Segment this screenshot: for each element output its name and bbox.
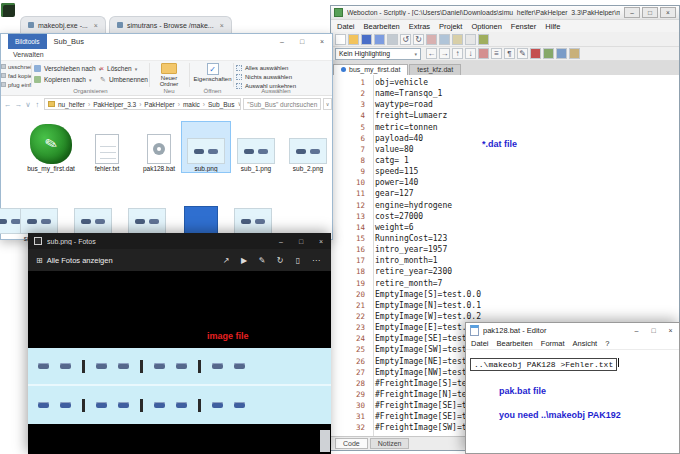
settings-icon[interactable] — [478, 34, 489, 45]
forward-icon[interactable]: → — [439, 48, 450, 59]
scriptly-close-button[interactable]: × — [660, 7, 676, 18]
select-all-button[interactable]: Alles auswählen — [236, 63, 296, 72]
tab-close-icon[interactable]: × — [220, 22, 224, 29]
image-icon[interactable] — [569, 48, 580, 59]
menu-item-format[interactable]: Format — [541, 339, 565, 348]
all-photos-button[interactable]: ⊞ Alle Fotos anzeigen — [28, 256, 121, 265]
share-icon[interactable]: ↗ — [217, 256, 235, 265]
link-icon[interactable] — [556, 48, 567, 59]
paragraph-icon[interactable]: ¶ — [504, 48, 515, 59]
rename-button[interactable]: ✎ Umbenennen — [100, 74, 148, 85]
menu-item-datei[interactable]: Datei — [337, 22, 355, 31]
browser-tab[interactable]: makeobj.exe -...× — [20, 16, 106, 33]
file-tile[interactable]: ✎bus_my_first.dat — [27, 122, 75, 172]
back-icon[interactable]: ← — [3, 100, 12, 109]
address-dropdown-icon[interactable]: ∨ — [237, 100, 241, 108]
explorer-minimize-button[interactable]: – — [272, 34, 292, 48]
delete-button[interactable]: × Löschen ▾ — [100, 63, 148, 74]
tab-close-icon[interactable]: × — [94, 22, 98, 29]
copy-to-button[interactable]: Kopieren nach ▾ — [34, 74, 101, 85]
edit-icon[interactable]: ✎ — [517, 48, 528, 59]
photo-viewer[interactable] — [28, 271, 331, 454]
highlighting-dropdown[interactable]: Kein Highlighting ▾ — [335, 48, 421, 60]
photos-maximize-button[interactable]: □ — [291, 233, 311, 249]
menu-item-extras[interactable]: Extras — [409, 22, 430, 31]
breadcrumb-segment[interactable]: Sub_Bus — [208, 101, 234, 108]
breadcrumb-segment[interactable]: makic — [183, 101, 200, 108]
copy-icon[interactable] — [439, 34, 450, 45]
scriptly-maximize-button[interactable]: □ — [642, 7, 658, 18]
menu-item-bearbeiten[interactable]: Bearbeiten — [364, 22, 400, 31]
print-icon[interactable] — [387, 34, 398, 45]
color-icon[interactable] — [530, 48, 541, 59]
menu-item-datei[interactable]: Datei — [471, 339, 489, 348]
edit-icon[interactable]: ✎ — [253, 256, 271, 265]
notepad-text-area[interactable]: ..\makeobj PAK128 >Fehler.txt — [466, 350, 679, 453]
photos-minimize-button[interactable]: – — [271, 233, 291, 249]
down-icon[interactable]: ↓ — [465, 48, 476, 59]
search-dropdown-icon[interactable]: ∨ — [323, 98, 332, 110]
save-all-icon[interactable] — [374, 34, 385, 45]
up-icon[interactable]: ↑ — [33, 100, 42, 109]
new-folder-button[interactable]: Neuer Ordner — [151, 62, 187, 87]
editor-tab[interactable]: test_kfz.dat — [409, 64, 461, 75]
new-file-icon[interactable] — [335, 34, 346, 45]
menu-item-optionen[interactable]: Optionen — [471, 22, 501, 31]
open-folder-icon[interactable] — [348, 34, 359, 45]
clipboard-action[interactable]: usschneiden — [1, 62, 31, 71]
forward-icon[interactable]: → — [14, 100, 23, 109]
notepad-minimize-button[interactable]: – — [628, 323, 645, 338]
editor-tab[interactable]: bus_my_first.dat — [333, 64, 408, 75]
menu-item-?[interactable]: ? — [605, 339, 609, 348]
menu-item-fenster[interactable]: Fenster — [511, 22, 536, 31]
undo-icon[interactable]: ↺ — [400, 34, 411, 45]
browser-tab[interactable]: simutrans - Browse /make...× — [109, 16, 232, 33]
properties-button[interactable]: ✓ Eigenschaften — [192, 62, 233, 82]
cut-icon[interactable] — [426, 34, 437, 45]
breadcrumb-segment[interactable]: PakHelper_3.3 — [93, 101, 136, 108]
list-icon[interactable]: ≡ — [491, 48, 502, 59]
select-none-button[interactable]: Nichts auswählen — [236, 72, 296, 81]
menu-item-projekt[interactable]: Projekt — [439, 22, 462, 31]
explorer-maximize-button[interactable]: □ — [292, 34, 312, 48]
explorer-close-button[interactable]: × — [312, 34, 332, 48]
scrollbar-thumb[interactable] — [320, 430, 330, 452]
file-tile[interactable]: pak128.bat — [135, 122, 183, 172]
notepad-close-button[interactable]: × — [662, 323, 679, 338]
file-tile[interactable]: sub_2.png — [284, 122, 332, 172]
back-icon[interactable]: ← — [426, 48, 437, 59]
status-tab[interactable]: Notizen — [370, 438, 410, 449]
clipboard-action[interactable]: pfug einfügen — [1, 80, 31, 89]
menu-item-bearbeiten[interactable]: Bearbeiten — [497, 339, 533, 348]
breadcrumb-segment[interactable]: PakHelper — [144, 101, 174, 108]
search-input[interactable]: "Sub_Bus" durchsuchen — [243, 98, 321, 110]
move-to-button[interactable]: Verschieben nach ▾ — [34, 63, 101, 74]
up-icon[interactable]: ↑ — [452, 48, 463, 59]
notepad-maximize-button[interactable]: □ — [645, 323, 662, 338]
delete-icon[interactable]: ▯ — [289, 256, 307, 265]
file-tile[interactable]: sub_1.png — [232, 122, 280, 172]
rotate-icon[interactable]: ↻ — [271, 256, 289, 265]
file-tile[interactable]: fehler.txt — [83, 122, 131, 172]
ribbon-tab-verwalten[interactable]: Verwalten — [13, 51, 44, 58]
status-tab[interactable]: Code — [335, 438, 368, 449]
more-icon[interactable]: ⋯ — [307, 256, 325, 265]
slideshow-icon[interactable]: ▶ — [235, 256, 253, 265]
breadcrumb-segment[interactable]: nu_helfer — [58, 101, 85, 108]
table-icon[interactable] — [543, 48, 554, 59]
save-icon[interactable] — [361, 34, 372, 45]
file-tile[interactable]: sub.png — [182, 122, 230, 172]
bookmark-icon[interactable] — [478, 48, 489, 59]
scriptly-minimize-button[interactable]: – — [624, 7, 640, 18]
menu-item-hilfe[interactable]: Hilfe — [545, 22, 560, 31]
redo-icon[interactable]: ↻ — [413, 34, 424, 45]
photos-close-button[interactable]: × — [311, 233, 331, 249]
menu-item-ansicht[interactable]: Ansicht — [573, 339, 598, 348]
contextual-tab-bildtools[interactable]: Bildtools — [8, 34, 47, 49]
desktop-shortcut-icon[interactable] — [1, 3, 15, 17]
search-icon[interactable] — [465, 34, 476, 45]
recent-locations-icon[interactable]: ∨ — [25, 100, 31, 109]
paste-icon[interactable] — [452, 34, 463, 45]
address-field[interactable]: nu_helfer›PakHelper_3.3›PakHelper›makic›… — [44, 98, 241, 110]
clipboard-action[interactable]: fad kopieren — [1, 71, 31, 80]
